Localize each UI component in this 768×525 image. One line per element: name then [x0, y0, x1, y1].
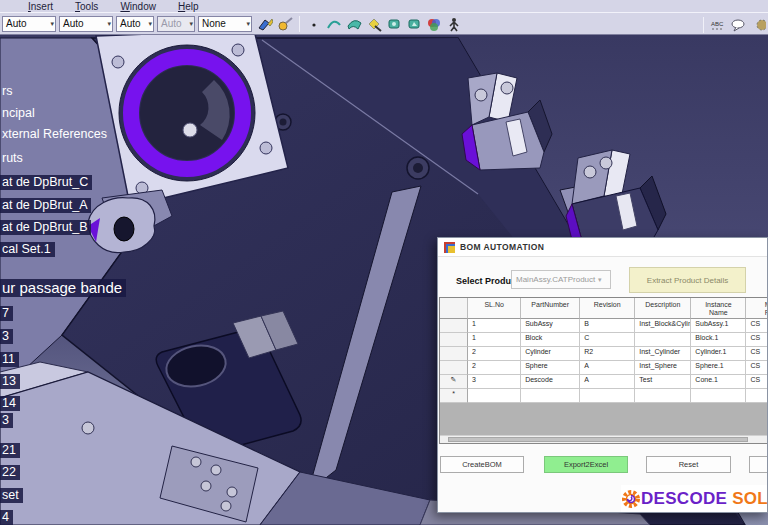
cell-revision[interactable]: B — [580, 319, 635, 333]
row-header-cell[interactable] — [440, 333, 468, 347]
tree-node[interactable]: 4 — [0, 510, 13, 525]
menu-insert[interactable]: Insert — [28, 1, 53, 12]
column-header-model-path[interactable]: M P. — [746, 298, 768, 319]
paint-brush-icon[interactable] — [255, 14, 275, 34]
cell-model-path[interactable]: CS — [746, 319, 768, 333]
materials-icon[interactable] — [424, 14, 444, 34]
curve-icon[interactable] — [324, 14, 344, 34]
table-row[interactable]: ✎ 3 Descode A Test Cone.1 CS — [440, 375, 768, 389]
cell-description[interactable]: Inst_Block&Cylin... — [635, 319, 691, 333]
line-color-dropdown[interactable]: Auto▾ — [59, 16, 113, 32]
tree-node[interactable]: at de DpBrut_C — [0, 175, 92, 190]
tree-node[interactable]: cal Set.1 — [0, 242, 55, 257]
cell-model-path[interactable]: CS — [746, 333, 768, 347]
tree-node[interactable]: 7 — [0, 306, 13, 321]
cell-slno[interactable]: 1 — [468, 319, 521, 333]
product-combo-box[interactable]: MainAssy.CATProduct ▾ — [511, 270, 611, 289]
row-header-cell[interactable] — [440, 319, 468, 333]
cell-model-path[interactable]: CS — [746, 375, 768, 389]
cell-revision[interactable]: A — [580, 375, 635, 389]
cell-instance-name[interactable]: Block.1 — [691, 333, 746, 347]
partial-gear-icon[interactable] — [748, 15, 768, 35]
point-icon[interactable] — [304, 14, 324, 34]
bom-data-grid[interactable]: SL.No PartNumber Revision Description In… — [439, 297, 768, 444]
partial-button[interactable] — [749, 456, 768, 473]
cell-description[interactable]: Inst_Cylinder — [635, 347, 691, 361]
tree-node[interactable]: 14 — [0, 396, 20, 411]
cell-slno[interactable]: 3 — [468, 375, 521, 389]
cell-description[interactable] — [635, 333, 691, 347]
tree-node[interactable]: ur passage bande — [0, 279, 126, 297]
cell-partnumber[interactable]: Block — [521, 333, 580, 347]
scrollbar-thumb[interactable] — [448, 437, 748, 442]
menu-help[interactable]: Help — [178, 1, 199, 12]
column-header-partnumber[interactable]: PartNumber — [521, 298, 580, 319]
surface-icon[interactable] — [344, 14, 364, 34]
table-row[interactable]: 2 Cylinder R2 Inst_Cylinder Cylinder.1 C… — [440, 347, 768, 361]
row-header-cell[interactable] — [440, 361, 468, 375]
tree-node[interactable]: at de DpBrut_B — [0, 220, 91, 235]
create-bom-button[interactable]: CreateBOM — [440, 456, 524, 473]
tree-node[interactable]: 22 — [0, 465, 20, 480]
row-header-edit-indicator[interactable]: ✎ — [440, 375, 468, 389]
reset-button[interactable]: Reset — [646, 456, 731, 473]
fill-color-dropdown[interactable]: Auto▾ — [2, 16, 56, 32]
tree-node[interactable]: ncipal — [0, 106, 39, 121]
cell-empty[interactable] — [691, 389, 746, 403]
tree-node[interactable]: 3 — [0, 413, 13, 428]
tree-node[interactable]: set — [0, 488, 23, 503]
grid-horizontal-scrollbar[interactable] — [440, 435, 768, 443]
render-view-icon[interactable] — [384, 14, 404, 34]
row-header-new-indicator[interactable]: * — [440, 389, 468, 403]
column-header-revision[interactable]: Revision — [580, 298, 635, 319]
table-row[interactable]: 1 Block C Block.1 CS — [440, 333, 768, 347]
cell-empty[interactable] — [635, 389, 691, 403]
cell-instance-name[interactable]: Cylinder.1 — [691, 347, 746, 361]
cell-revision[interactable]: A — [580, 361, 635, 375]
cell-description[interactable]: Inst_Sphere — [635, 361, 691, 375]
cell-revision[interactable]: C — [580, 333, 635, 347]
cell-partnumber[interactable]: Cylinder — [521, 347, 580, 361]
column-header-description[interactable]: Description — [635, 298, 691, 319]
speech-balloon-icon[interactable] — [728, 15, 748, 35]
cell-empty[interactable] — [580, 389, 635, 403]
tree-node[interactable]: rs — [0, 84, 16, 99]
menu-tools[interactable]: Tools — [75, 1, 98, 12]
cell-model-path[interactable]: CS — [746, 361, 768, 375]
cell-slno[interactable]: 2 — [468, 347, 521, 361]
airbrush-icon[interactable] — [275, 14, 295, 34]
cell-partnumber[interactable]: Descode — [521, 375, 580, 389]
cell-partnumber[interactable]: SubAssy — [521, 319, 580, 333]
export2excel-button[interactable]: Export2Excel — [544, 456, 628, 473]
cell-model-path[interactable]: CS — [746, 347, 768, 361]
gem-pencil-icon[interactable] — [364, 14, 384, 34]
tree-node[interactable]: xternal References — [0, 127, 111, 142]
cell-empty[interactable] — [521, 389, 580, 403]
column-header-instance-name[interactable]: Instance Name — [691, 298, 746, 319]
line-type-dropdown[interactable]: Auto▾ — [116, 16, 154, 32]
cell-instance-name[interactable]: Cone.1 — [691, 375, 746, 389]
render-view-alt-icon[interactable] — [404, 14, 424, 34]
column-header-slno[interactable]: SL.No — [468, 298, 521, 319]
cell-instance-name[interactable]: SubAssy.1 — [691, 319, 746, 333]
dialog-title-bar[interactable]: BOM AUTOMATION — [438, 238, 767, 257]
row-header-cell[interactable] — [440, 347, 468, 361]
cell-revision[interactable]: R2 — [580, 347, 635, 361]
mannequin-icon[interactable] — [444, 14, 464, 34]
tree-node[interactable]: at de DpBrut_A — [0, 198, 91, 213]
cell-slno[interactable]: 2 — [468, 361, 521, 375]
tree-node[interactable]: 21 — [0, 443, 20, 458]
tree-node[interactable]: 3 — [0, 329, 13, 344]
menu-window[interactable]: Window — [120, 1, 156, 12]
cell-instance-name[interactable]: Sphere.1 — [691, 361, 746, 375]
cell-description[interactable]: Test — [635, 375, 691, 389]
table-row[interactable]: 1 SubAssy B Inst_Block&Cylin... SubAssy.… — [440, 319, 768, 333]
tree-node[interactable]: 13 — [0, 374, 20, 389]
tree-node[interactable]: 11 — [0, 352, 19, 367]
cell-slno[interactable]: 1 — [468, 333, 521, 347]
cell-empty[interactable] — [746, 389, 768, 403]
tree-node[interactable]: ruts — [0, 151, 27, 166]
abc-text-icon[interactable]: ABC — [708, 15, 728, 35]
table-new-row[interactable]: * — [440, 389, 768, 403]
layer-dropdown[interactable]: None▾ — [198, 16, 252, 32]
